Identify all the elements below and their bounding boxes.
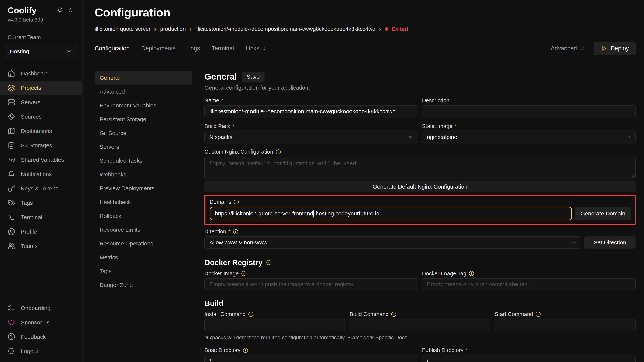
sidebar-item[interactable]: (x) Shared Variables <box>0 153 82 167</box>
subnav-item[interactable]: Git Source <box>95 126 192 140</box>
framework-docs-link[interactable]: Framework Specific Docs <box>347 335 407 341</box>
start-command-input[interactable] <box>495 319 636 331</box>
subnav-item-label: Healthcheck <box>100 199 131 205</box>
subnav-item[interactable]: Danger Zone <box>95 278 192 292</box>
sidebar-item[interactable]: Profile <box>0 225 82 239</box>
sidebar-item[interactable]: S3 Storages <box>0 138 82 153</box>
info-icon[interactable] <box>391 312 396 317</box>
sidebar-item[interactable]: Projects <box>0 81 82 95</box>
sidebar-footer-item[interactable]: Sponsor us <box>0 315 82 330</box>
subnav-item[interactable]: Webhooks <box>95 168 192 181</box>
domains-input[interactable]: https://illicitonion-quote-server-fronte… <box>210 207 572 220</box>
subnav-item[interactable]: General <box>95 71 192 84</box>
publish-directory-field: Publish Directory * <box>422 347 636 362</box>
required-mark: * <box>221 97 223 104</box>
sidebar-item[interactable]: Terminal <box>0 210 82 225</box>
subnav-item[interactable]: Resource Operations <box>95 237 192 250</box>
sidebar-footer-item[interactable]: Feedback <box>0 330 82 344</box>
docker-image-input[interactable] <box>204 278 418 290</box>
subnav-item[interactable]: Persistent Storage <box>95 112 192 126</box>
description-input[interactable] <box>422 105 636 117</box>
info-icon[interactable] <box>276 149 281 155</box>
save-button[interactable]: Save <box>242 72 264 82</box>
generate-nginx-button[interactable]: Generate Default Nginx Configuration <box>204 181 636 192</box>
tab[interactable]: Deployments <box>141 45 177 52</box>
breadcrumb-item[interactable]: illicitonion quote server <box>95 25 150 33</box>
sidebar-item[interactable]: Keys & Tokens <box>0 181 82 196</box>
tab-label: Deployments <box>141 45 176 52</box>
sidebar-item[interactable]: Notifications <box>0 167 82 181</box>
deploy-label: Deploy <box>611 45 629 52</box>
info-icon[interactable] <box>469 271 474 276</box>
sidebar-item[interactable]: Destinations <box>0 124 82 138</box>
subnav-item[interactable]: Preview Deployments <box>95 182 192 195</box>
text-caret <box>313 210 314 217</box>
info-icon[interactable] <box>241 271 247 276</box>
base-directory-input[interactable] <box>204 355 418 362</box>
nixpacks-note: Nixpacks will detect the required config… <box>204 334 636 341</box>
docker-image-tag-input[interactable] <box>422 278 636 290</box>
sidebar-item[interactable]: Sources <box>0 109 82 124</box>
name-input[interactable] <box>204 105 418 117</box>
chevrons-up-down-icon[interactable] <box>68 7 74 13</box>
info-icon[interactable] <box>234 199 239 205</box>
sidebar-item[interactable]: Teams <box>0 239 82 253</box>
subnav-item-label: Scheduled Tasks <box>100 158 142 164</box>
sidebar-footer-item-label: Logout <box>21 348 38 355</box>
database-icon <box>8 142 15 149</box>
chevron-down-icon <box>625 134 631 140</box>
subnav-item[interactable]: Healthcheck <box>95 195 192 209</box>
subnav-item-label: Rollback <box>100 213 121 219</box>
sidebar-item[interactable]: Dashboard <box>0 66 82 81</box>
theme-toggle-sun-icon[interactable] <box>56 7 63 14</box>
subnav-item[interactable]: Environment Variables <box>95 99 192 112</box>
subnav-item[interactable]: Servers <box>95 140 192 154</box>
install-command-input[interactable] <box>204 319 346 331</box>
info-icon[interactable] <box>535 312 541 317</box>
sidebar-footer-item[interactable]: Logout <box>0 344 82 358</box>
subnav-item[interactable]: Resource Limits <box>95 223 192 236</box>
git-source-icon <box>8 113 15 120</box>
subnav-item-label: Environment Variables <box>100 102 156 109</box>
info-icon[interactable] <box>266 260 272 265</box>
static-image-select[interactable]: nginx:alpine <box>422 131 636 143</box>
info-icon[interactable] <box>233 229 238 235</box>
tab[interactable]: Configuration <box>95 45 131 52</box>
tab[interactable]: Logs <box>187 45 202 52</box>
breadcrumb-item[interactable]: production <box>160 25 186 33</box>
advanced-toggle[interactable]: Advanced <box>551 45 585 52</box>
info-icon[interactable] <box>248 312 254 317</box>
subnav-item[interactable]: Metrics <box>95 251 192 264</box>
generate-domain-button[interactable]: Generate Domain <box>575 207 630 220</box>
sidebar-footer-item[interactable]: Onboarding <box>0 301 82 315</box>
sidebar-item[interactable]: Servers <box>0 95 82 109</box>
docker-image-label: Docker Image <box>204 270 418 277</box>
subnav-item[interactable]: Tags <box>95 264 192 278</box>
main-content: Configuration illicitonion quote server … <box>82 0 644 362</box>
build-title: Build <box>204 298 223 308</box>
subnav-item-label: Git Source <box>100 130 126 136</box>
breadcrumb-item[interactable]: illicitestonion/-module--decomposition:m… <box>195 25 376 33</box>
subnav-item[interactable]: Scheduled Tasks <box>95 154 192 167</box>
tab[interactable]: Links <box>246 45 266 52</box>
page-title: Configuration <box>95 5 636 20</box>
custom-nginx-textarea[interactable] <box>204 157 636 179</box>
app-version: v4.0.0-beta.399 <box>0 17 82 23</box>
build-pack-field: Build Pack * Nixpacks <box>204 123 418 143</box>
team-select[interactable]: Hosting <box>5 45 77 58</box>
direction-select[interactable]: Allow www & non-www. <box>204 236 581 249</box>
sidebar-item[interactable]: Tags <box>0 196 82 210</box>
build-command-input[interactable] <box>350 319 491 331</box>
info-icon[interactable] <box>243 348 248 353</box>
breadcrumb-separator: › <box>154 26 156 32</box>
subnav-item[interactable]: Rollback <box>95 209 192 223</box>
docker-registry-section: Docker Registry Docker Image <box>204 258 636 291</box>
tab[interactable]: Terminal <box>212 45 236 52</box>
publish-directory-input[interactable] <box>422 355 636 362</box>
deploy-button[interactable]: Deploy <box>594 42 636 55</box>
subnav-item[interactable]: Advanced <box>95 85 192 98</box>
section-subtitle: General configuration for your applicati… <box>204 84 636 91</box>
start-command-field: Start Command <box>495 311 636 331</box>
set-direction-button[interactable]: Set Direction <box>584 236 636 249</box>
build-pack-select[interactable]: Nixpacks <box>204 131 418 143</box>
